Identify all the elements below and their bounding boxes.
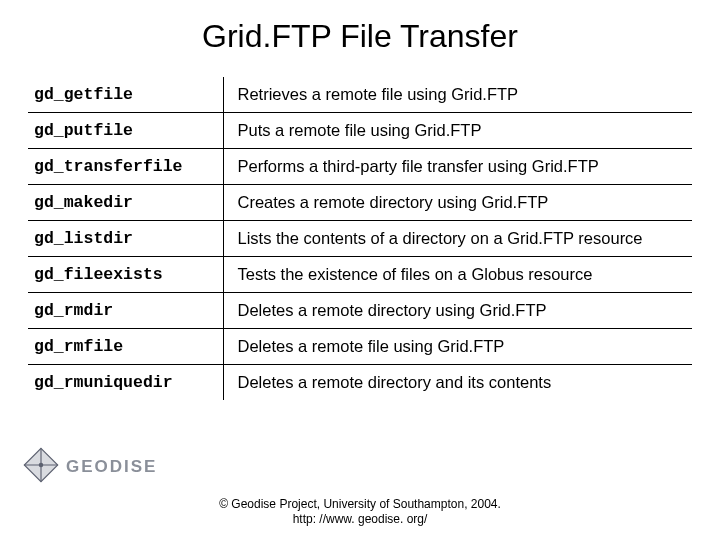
cmd-name: gd_listdir — [28, 221, 223, 257]
cmd-desc: Lists the contents of a directory on a G… — [223, 221, 692, 257]
table-row: gd_rmdir Deletes a remote directory usin… — [28, 293, 692, 329]
table-row: gd_fileexists Tests the existence of fil… — [28, 257, 692, 293]
logo-text: GEODISE — [66, 457, 157, 477]
table-row: gd_getfile Retrieves a remote file using… — [28, 77, 692, 113]
table-row: gd_listdir Lists the contents of a direc… — [28, 221, 692, 257]
cmd-desc: Creates a remote directory using Grid.FT… — [223, 185, 692, 221]
command-table: gd_getfile Retrieves a remote file using… — [28, 77, 692, 400]
table-row: gd_putfile Puts a remote file using Grid… — [28, 113, 692, 149]
cmd-desc: Deletes a remote file using Grid.FTP — [223, 329, 692, 365]
credit-url: http: //www. geodise. org/ — [0, 512, 720, 528]
cmd-name: gd_rmdir — [28, 293, 223, 329]
cmd-name: gd_getfile — [28, 77, 223, 113]
cmd-desc: Tests the existence of files on a Globus… — [223, 257, 692, 293]
svg-point-3 — [39, 463, 44, 468]
slide-title: Grid.FTP File Transfer — [28, 18, 692, 55]
cmd-desc: Deletes a remote directory using Grid.FT… — [223, 293, 692, 329]
credit-line: © Geodise Project, University of Southam… — [0, 497, 720, 513]
cmd-name: gd_rmfile — [28, 329, 223, 365]
cmd-desc: Performs a third-party file transfer usi… — [223, 149, 692, 185]
table-row: gd_makedir Creates a remote directory us… — [28, 185, 692, 221]
table-row: gd_rmfile Deletes a remote file using Gr… — [28, 329, 692, 365]
table-row: gd_rmuniquedir Deletes a remote director… — [28, 365, 692, 401]
slide: Grid.FTP File Transfer gd_getfile Retrie… — [0, 0, 720, 540]
credit: © Geodise Project, University of Southam… — [0, 497, 720, 528]
cmd-desc: Retrieves a remote file using Grid.FTP — [223, 77, 692, 113]
cmd-name: gd_fileexists — [28, 257, 223, 293]
cmd-name: gd_rmuniquedir — [28, 365, 223, 401]
logo-diamond-icon — [22, 446, 60, 488]
cmd-desc: Puts a remote file using Grid.FTP — [223, 113, 692, 149]
table-row: gd_transferfile Performs a third-party f… — [28, 149, 692, 185]
cmd-desc: Deletes a remote directory and its conte… — [223, 365, 692, 401]
footer: GEODISE © Geodise Project, University of… — [0, 441, 720, 528]
cmd-name: gd_makedir — [28, 185, 223, 221]
cmd-name: gd_putfile — [28, 113, 223, 149]
cmd-name: gd_transferfile — [28, 149, 223, 185]
logo: GEODISE — [22, 446, 157, 488]
